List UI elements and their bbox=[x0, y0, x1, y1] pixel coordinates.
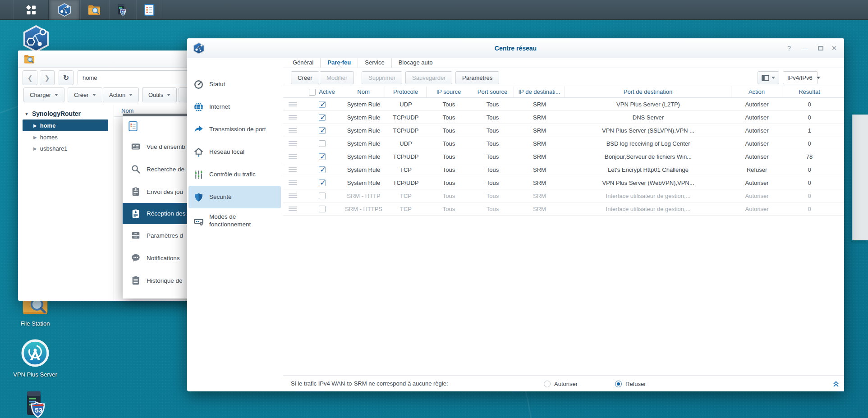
taskbar-dns-server-button[interactable]: 53 bbox=[109, 0, 135, 20]
cell-protocol: TCP bbox=[385, 206, 427, 212]
delete-button[interactable]: Supprimer bbox=[362, 71, 402, 84]
column-header-name[interactable]: Nom bbox=[342, 86, 385, 97]
column-header-enabled[interactable]: Activé bbox=[302, 86, 342, 97]
back-button[interactable]: ❮ bbox=[23, 70, 37, 85]
desktop-shortcut-vpn-plus[interactable]: VPN Plus Server bbox=[8, 339, 62, 378]
drag-handle-icon[interactable] bbox=[289, 115, 297, 119]
firewall-rule-row[interactable]: SRM - HTTPTCPTousTousSRMInterface utilis… bbox=[283, 189, 844, 202]
tree-item-usbshare1[interactable]: ▶ usbshare1 bbox=[18, 143, 114, 154]
drag-handle-icon[interactable] bbox=[289, 193, 297, 198]
allow-radio[interactable] bbox=[544, 381, 551, 387]
tab-firewall[interactable]: Pare-feu bbox=[321, 58, 358, 68]
cell-port-dest: VPN Plus Server (WebVPN),VPN... bbox=[565, 179, 731, 186]
rule-enabled-checkbox[interactable] bbox=[319, 179, 326, 186]
tree-item-home[interactable]: ▶ home bbox=[23, 119, 108, 131]
firewall-rule-row[interactable]: System RuleUDPTousTousSRMBSD log receivi… bbox=[283, 137, 844, 150]
taskbar-network-center-button[interactable] bbox=[50, 0, 79, 20]
firewall-rule-row[interactable]: System RuleTCP/UDPTousTousSRMVPN Plus Se… bbox=[283, 176, 844, 189]
save-button[interactable]: Sauvegarder bbox=[405, 71, 452, 84]
rule-enabled-checkbox[interactable] bbox=[319, 153, 326, 160]
rule-enabled-checkbox[interactable] bbox=[319, 127, 326, 134]
close-button[interactable]: ✕ bbox=[830, 44, 839, 52]
drag-handle-icon[interactable] bbox=[289, 154, 297, 159]
background-window-edge[interactable] bbox=[852, 115, 868, 240]
forward-button[interactable]: ❯ bbox=[40, 70, 55, 85]
maximize-button[interactable] bbox=[818, 46, 823, 51]
deny-radio[interactable] bbox=[615, 381, 622, 387]
create-dropdown-button[interactable]: Créer bbox=[68, 87, 102, 102]
rule-enabled-checkbox[interactable] bbox=[319, 114, 326, 121]
sidebar-item-security[interactable]: Sécurité bbox=[188, 186, 281, 208]
settings-button[interactable]: Paramètres bbox=[455, 71, 499, 84]
history-log-icon bbox=[131, 276, 141, 285]
policy-option-allow[interactable]: Autoriser bbox=[544, 376, 578, 392]
tab-service[interactable]: Service bbox=[358, 58, 391, 68]
sidebar-item-local-network[interactable]: Réseau local bbox=[187, 141, 283, 163]
drag-handle-icon[interactable] bbox=[289, 102, 297, 106]
cell-port-dest: BSD log receiving of Log Center bbox=[565, 140, 731, 147]
cell-action: Autoriser bbox=[731, 206, 782, 212]
tree-root-synologyrouter[interactable]: ▼ SynologyRouter bbox=[18, 108, 114, 119]
drag-handle-icon[interactable] bbox=[289, 141, 297, 146]
tab-auto-block[interactable]: Blocage auto bbox=[392, 58, 440, 68]
network-center-titlebar[interactable]: Centre réseau ? — ✕ bbox=[187, 38, 844, 58]
firewall-rule-row[interactable]: SRM - HTTPSTCPTousTousSRMInterface utili… bbox=[283, 202, 844, 216]
column-header-ip-dest[interactable]: IP de destinati... bbox=[514, 86, 565, 97]
column-header-port-dest[interactable]: Port de destination bbox=[565, 86, 731, 97]
desktop-shortcut-dns-server[interactable]: 53 bbox=[8, 390, 62, 418]
policy-option-deny[interactable]: Refuser bbox=[615, 376, 646, 392]
rule-enabled-checkbox[interactable] bbox=[319, 206, 326, 212]
vpn-plus-server-icon bbox=[21, 339, 49, 367]
refresh-button[interactable]: ↻ bbox=[59, 70, 73, 85]
column-options-button[interactable] bbox=[758, 71, 779, 84]
sidebar-item-traffic-control[interactable]: Contrôle du trafic bbox=[187, 163, 283, 186]
cell-protocol: TCP/UDP bbox=[385, 114, 427, 121]
gauge-icon bbox=[193, 79, 204, 90]
column-header-ip-source[interactable]: IP source bbox=[427, 86, 471, 97]
sidebar-item-status[interactable]: Statut bbox=[187, 73, 283, 96]
create-button[interactable]: Créer bbox=[291, 71, 319, 84]
default-policy-question: Si le trafic IPv4 WAN-to-SRM ne correspo… bbox=[291, 376, 448, 392]
column-header-label: Activé bbox=[319, 88, 335, 95]
rule-enabled-checkbox[interactable] bbox=[319, 166, 326, 173]
taskbar-file-station-button[interactable] bbox=[80, 0, 108, 20]
action-dropdown-button[interactable]: Action bbox=[103, 87, 139, 102]
rule-enabled-checkbox[interactable] bbox=[319, 193, 326, 199]
firewall-rule-row[interactable]: System RuleTCP/UDPTousTousSRMVPN Plus Se… bbox=[283, 124, 844, 137]
rule-enabled-checkbox[interactable] bbox=[319, 140, 326, 147]
drag-handle-icon[interactable] bbox=[289, 180, 297, 185]
taskbar-log-center-button[interactable] bbox=[136, 0, 162, 20]
cell-port-dest: DNS Server bbox=[565, 114, 731, 121]
firewall-rule-row[interactable]: System RuleTCP/UDPTousTousSRMDNS ServerA… bbox=[283, 111, 844, 124]
minimize-button[interactable]: — bbox=[800, 44, 809, 52]
drag-handle-icon[interactable] bbox=[289, 128, 297, 133]
drag-handle-icon[interactable] bbox=[289, 207, 297, 211]
modify-button[interactable]: Modifier bbox=[320, 71, 354, 84]
column-header-protocol[interactable]: Protocole bbox=[385, 86, 427, 97]
sidebar-item-label: Internet bbox=[209, 103, 230, 111]
ip-version-select[interactable]: IPv4/IPv6 bbox=[783, 71, 818, 84]
rule-enabled-checkbox[interactable] bbox=[319, 101, 326, 108]
select-all-checkbox[interactable] bbox=[309, 89, 316, 96]
taskbar-main-menu-button[interactable] bbox=[14, 0, 49, 20]
cell-protocol: UDP bbox=[385, 101, 427, 108]
tab-general[interactable]: Général bbox=[286, 58, 321, 68]
sidebar-item-operation-modes[interactable]: Modes de fonctionnement bbox=[187, 208, 283, 234]
cell-result: 0 bbox=[782, 193, 836, 199]
collapse-double-chevron-icon[interactable] bbox=[832, 381, 840, 387]
firewall-rule-row[interactable]: System RuleUDPTousTousSRMVPN Plus Server… bbox=[283, 98, 844, 111]
column-header-port-source[interactable]: Port source bbox=[471, 86, 514, 97]
help-button[interactable]: ? bbox=[785, 44, 794, 52]
sidebar-item-internet[interactable]: Internet bbox=[187, 96, 283, 118]
column-header-result[interactable]: Résultat bbox=[782, 86, 836, 97]
firewall-rule-row[interactable]: System RuleTCPTousTousSRMLet's Encrypt H… bbox=[283, 163, 844, 176]
firewall-rule-row[interactable]: System RuleTCP/UDPTousTousSRMBonjour,Ser… bbox=[283, 150, 844, 163]
sidebar-item-port-forwarding[interactable]: Transmission de port bbox=[187, 118, 283, 141]
firewall-toolbar: Créer Modifier Supprimer Sauvegarder Par… bbox=[283, 68, 844, 86]
drag-handle-icon[interactable] bbox=[289, 167, 297, 172]
column-header-action[interactable]: Action bbox=[731, 86, 782, 97]
desktop-shortcut-network-center[interactable] bbox=[18, 25, 54, 54]
tools-dropdown-button[interactable]: Outils bbox=[142, 87, 177, 102]
upload-dropdown-button[interactable]: Charger bbox=[23, 87, 64, 102]
tree-item-homes[interactable]: ▶ homes bbox=[18, 132, 114, 143]
